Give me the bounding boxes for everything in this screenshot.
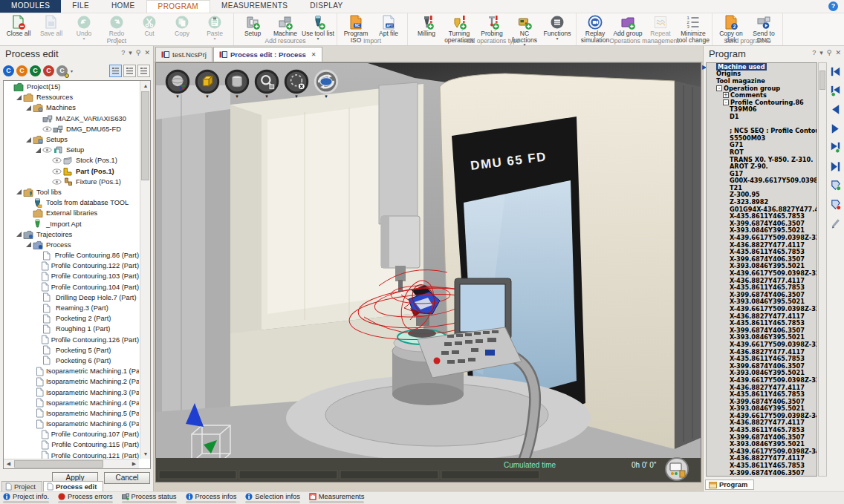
tree-item-pocketing-6-part[interactable]: Pocketing 6 (Part): [4, 356, 139, 366]
close-icon[interactable]: ✕: [311, 51, 316, 58]
list-detail-icon[interactable]: [109, 65, 122, 77]
mark-red-button[interactable]: [829, 198, 842, 214]
expander-icon[interactable]: [16, 95, 23, 100]
program-line[interactable]: Origins: [707, 71, 817, 78]
panel-tab-project[interactable]: Project: [1, 481, 42, 491]
ribbon-button-probing[interactable]: Probing: [475, 14, 508, 37]
program-line[interactable]: X-399.6874Y406.3507: [707, 220, 817, 227]
program-line[interactable]: X-393.0846Y395.5021: [707, 263, 817, 270]
tree-item-tools-from-database-tool[interactable]: Tools from database TOOL: [4, 197, 139, 208]
compute-green-button[interactable]: C: [30, 65, 41, 76]
program-line[interactable]: X-399.6874Y406.3507: [707, 291, 817, 298]
statusbar-item-measurements[interactable]: Measurements: [309, 493, 365, 504]
scroll-down-icon[interactable]: ▼: [140, 449, 151, 459]
statusbar-item-process-errors[interactable]: Process errors: [58, 493, 112, 504]
program-line[interactable]: G00X-439.6617Y509.0398Z-1: [707, 177, 817, 185]
nav-next-green-button[interactable]: [829, 141, 842, 157]
help-icon[interactable]: ?: [828, 1, 838, 11]
program-line[interactable]: TRANS X0. Y-850. Z-310.: [707, 156, 817, 163]
expander-icon[interactable]: [36, 148, 42, 153]
list-icon[interactable]: [123, 65, 136, 77]
tree-horizontal-scrollbar[interactable]: ◀ ▶: [4, 459, 139, 468]
program-line[interactable]: X-393.0846Y395.5021: [707, 440, 817, 448]
tree-item-trajectoires[interactable]: Trajectoires: [4, 229, 139, 240]
nav-back-button[interactable]: [829, 103, 842, 119]
close-icon[interactable]: ✕: [835, 49, 841, 56]
compute-red-button[interactable]: C: [43, 65, 54, 76]
ribbon-tab-home[interactable]: HOME: [100, 0, 146, 13]
cylinder-view-button[interactable]: ▼: [224, 69, 250, 99]
chevron-down-icon[interactable]: ▾: [819, 49, 823, 56]
viewport-tab-process-edit-process[interactable]: Process edit : Process✕: [213, 47, 322, 62]
program-line[interactable]: X-435.8611Y465.7853: [707, 284, 817, 291]
ribbon-button-paste[interactable]: Paste▾: [198, 14, 231, 40]
program-line[interactable]: X-399.6874Y406.3507: [707, 255, 817, 263]
scroll-left-icon[interactable]: ◀: [4, 459, 13, 469]
program-line[interactable]: X-393.0846Y395.5021: [707, 370, 817, 377]
dropdown-arrow-icon[interactable]: ▼: [324, 95, 328, 99]
selection-lasso-button[interactable]: ▼: [284, 69, 309, 99]
program-line[interactable]: ROT: [707, 148, 817, 156]
tree-item-import-apt[interactable]: _Import Apt: [4, 218, 139, 229]
program-line[interactable]: Machine used: [707, 63, 817, 71]
eye-visibility-icon[interactable]: [52, 157, 62, 163]
viewport-3d-scene[interactable]: DMU 65 FD: [156, 63, 701, 482]
program-line[interactable]: X-399.6874Y406.3507: [707, 469, 817, 477]
panel-tab-process-edit[interactable]: Process edit: [43, 481, 103, 491]
program-line[interactable]: ; NCS SEQ : Profile Contourin: [707, 127, 817, 134]
program-line[interactable]: X-439.6617Y509.0398Z-326.8: [707, 234, 817, 241]
program-line[interactable]: X-393.0846Y395.5021: [707, 227, 817, 235]
tree-item-external-libraries[interactable]: External libraries: [4, 208, 139, 218]
scrollbar-thumb[interactable]: [14, 460, 103, 468]
ribbon-tab-file[interactable]: FILE: [61, 0, 100, 13]
tree-item-profile-contouring-126-part[interactable]: Profile Contouring.126 (Part): [4, 335, 139, 345]
collapse-box-icon[interactable]: -: [716, 85, 722, 91]
program-line[interactable]: X-435.8611Y465.7853: [707, 462, 817, 469]
program-line[interactable]: X-435.8611Y465.7853: [707, 212, 817, 220]
ribbon-button-redo[interactable]: Redo▾: [100, 14, 133, 40]
program-code-list[interactable]: Machine usedOriginsTool magazine-Operati…: [706, 62, 817, 477]
dropdown-arrow-icon[interactable]: ▾: [71, 68, 73, 73]
edit-pencil-button[interactable]: [829, 217, 842, 232]
program-line[interactable]: X-439.6617Y509.0398Z-335.6: [707, 341, 817, 348]
statusbar-item-process-infos[interactable]: Process infos: [186, 493, 237, 504]
program-scrollbar[interactable]: [818, 62, 827, 477]
program-line[interactable]: +Comments: [707, 91, 817, 99]
ribbon-tab-measurements[interactable]: MEASUREMENTS: [210, 0, 299, 13]
tree-item-profile-contouring-121-part[interactable]: Profile Contouring.121 (Part): [4, 451, 139, 459]
pin-icon[interactable]: ⚲: [136, 49, 141, 56]
chevron-down-icon[interactable]: ▾: [129, 49, 132, 56]
statusbar-item-selection-infos[interactable]: Selection infos: [245, 493, 299, 504]
tree-item-roughing-1-part[interactable]: Roughing 1 (Part): [4, 324, 139, 334]
dropdown-arrow-icon[interactable]: ▼: [235, 95, 239, 99]
expander-icon[interactable]: [26, 242, 33, 247]
program-line[interactable]: X-436.8827Y477.4117: [707, 455, 817, 462]
program-line[interactable]: S5500M03: [707, 134, 817, 142]
program-line[interactable]: -Operation group: [707, 85, 817, 92]
ribbon-button-use-tool-list[interactable]: Use tool list▾: [302, 14, 334, 40]
program-line[interactable]: X-436.8827Y477.4117: [707, 348, 817, 356]
program-line[interactable]: X-393.0846Y395.5021: [707, 298, 817, 306]
eye-visibility-icon[interactable]: [52, 168, 62, 174]
program-line[interactable]: X-435.8611Y465.7853: [707, 390, 817, 398]
program-line[interactable]: X-436.8827Y477.4117: [707, 312, 817, 320]
tree-item-tool-libs[interactable]: Tool libs: [4, 187, 139, 197]
collapse-box-icon[interactable]: -: [723, 99, 729, 105]
tree-item-machines[interactable]: Machines: [4, 102, 139, 113]
tree-item-isoparametric-machining-2-pa[interactable]: Isoparametric Machining.2 (Pa: [4, 376, 139, 387]
zoom-button[interactable]: ▼: [254, 69, 279, 99]
eye-visibility-icon[interactable]: [52, 179, 62, 185]
tree-item-pocketing-2-part[interactable]: Pocketing 2 (Part): [4, 313, 139, 324]
tree-item-reaming-3-part[interactable]: Reaming.3 (Part): [4, 303, 139, 313]
program-line[interactable]: X-435.8611Y465.7853: [707, 426, 817, 433]
dropdown-arrow-icon[interactable]: ▼: [294, 95, 299, 99]
tree-vertical-scrollbar[interactable]: ▲ ▼: [140, 81, 150, 459]
program-line[interactable]: [707, 120, 817, 128]
program-line[interactable]: T39M06: [707, 106, 817, 114]
ribbon-tab-program[interactable]: PROGRAM: [146, 0, 210, 13]
program-line[interactable]: X-436.8827Y477.4117: [707, 419, 817, 427]
program-line[interactable]: X-439.6617Y509.0398Z-329.7: [707, 269, 817, 277]
program-line[interactable]: T21: [707, 184, 817, 192]
ribbon-button-close-all[interactable]: Close all: [2, 14, 35, 37]
viewport-tab-test-ncsprj[interactable]: test.NcsPrj: [155, 47, 212, 62]
